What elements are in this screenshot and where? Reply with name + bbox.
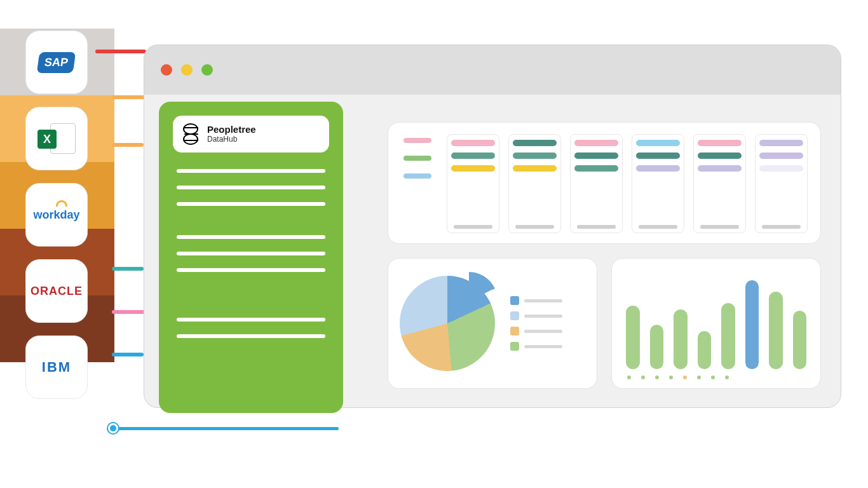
datahub-line [177,169,325,173]
dna-icon [183,123,198,145]
bar [769,292,783,369]
datahub-line [177,252,325,255]
source-tile-ibm: IBM [25,336,88,399]
timeline-col [508,134,561,233]
bar [674,309,688,369]
bar [650,325,664,369]
bar [698,331,712,369]
row-label [403,156,431,161]
connector-output [113,427,339,430]
window-minimize-icon[interactable] [181,64,193,76]
bar-highlight [745,280,759,369]
bar [721,303,735,369]
connector-excel [112,95,147,99]
workday-logo-icon: workday [33,209,79,220]
source-tile-sap: SAP [25,30,88,94]
pie-chart-card [388,258,597,389]
timeline-col [755,134,808,233]
timeline-col [632,134,684,233]
legend-swatch-blue [510,296,519,305]
dashboard-area [388,122,821,389]
legend-label [524,315,562,318]
datahub-title: Peopletree [207,125,256,135]
oracle-logo-icon: ORACLE [31,285,83,297]
workday-label: workday [33,208,79,221]
excel-logo-icon: X [37,123,76,154]
datahub-panel: Peopletree DataHub [159,102,343,413]
legend-swatch-green [510,342,519,351]
connector-oracle [112,267,144,271]
datahub-line [177,235,325,239]
datahub-line [177,202,325,206]
bar [793,311,807,369]
connector-output-dot [108,423,118,433]
datahub-line [177,186,325,189]
timeline-col [693,134,746,233]
sap-logo-icon: SAP [37,52,76,73]
window-titlebar [144,45,841,95]
timeline-card [388,122,821,244]
legend-label [524,330,562,333]
connector-ibm [112,353,144,356]
datahub-line [177,268,325,272]
source-tile-excel: X [25,107,88,170]
datahub-subtitle: DataHub [207,135,256,144]
row-label [403,138,431,143]
window-maximize-icon[interactable] [201,64,213,76]
pie-slice-exploded [440,272,498,329]
bar-axis-dots [626,376,806,379]
connector-oracle-2 [112,310,145,314]
bar [626,306,640,369]
connector-workday [112,143,144,147]
legend-label [524,299,562,302]
window-close-icon[interactable] [161,64,172,76]
bar-chart [626,280,806,369]
pie-chart [400,276,495,371]
ibm-logo-icon: IBM [42,360,71,374]
pie-legend [510,296,562,351]
legend-swatch-orange [510,327,519,336]
legend-swatch-lightblue [510,311,519,320]
timeline-columns [447,134,808,233]
legend-label [524,345,562,348]
datahub-line [177,334,325,338]
excel-badge: X [37,130,57,149]
source-tile-oracle: ORACLE [25,259,88,323]
timeline-col [570,134,623,233]
datahub-header: Peopletree DataHub [173,116,329,152]
connector-sap [95,50,146,53]
datahub-line [177,318,325,322]
row-label [403,173,431,179]
timeline-col [447,134,499,233]
bar-chart-card [611,258,821,389]
source-tile-workday: workday [25,183,88,247]
